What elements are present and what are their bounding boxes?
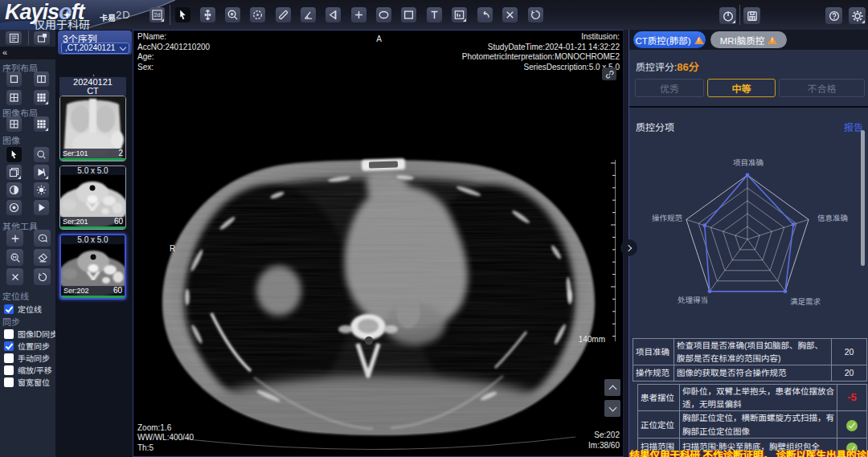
svg-text:2d: 2d	[154, 12, 161, 18]
